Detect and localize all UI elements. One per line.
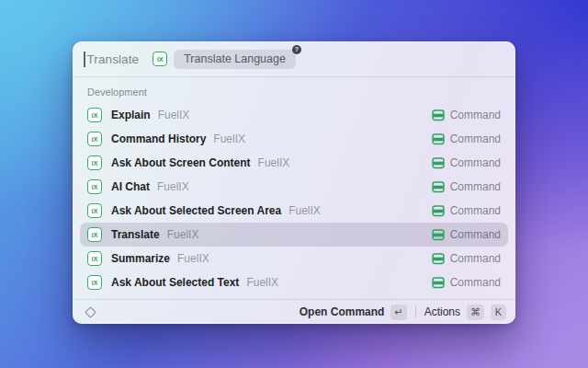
command-type-label: Command	[450, 156, 501, 169]
desktop-background: Translate iX Translate Language ? Develo…	[0, 0, 588, 368]
return-key-icon: ↵	[390, 305, 406, 320]
search-input[interactable]: Translate	[87, 52, 140, 66]
command-type-label: Command	[450, 180, 501, 193]
command-title: Command History	[111, 132, 206, 145]
fuelix-app-icon: iX	[87, 227, 102, 242]
command-title: Explain	[111, 109, 151, 121]
command-type-icon	[432, 252, 445, 265]
list-item[interactable]: iX Summarize FuelIX Command	[80, 247, 508, 270]
command-subtitle: FuelIX	[288, 204, 321, 217]
footer-divider	[415, 306, 416, 317]
help-badge-icon[interactable]: ?	[292, 45, 301, 54]
fuelix-app-icon: iX	[87, 179, 102, 194]
list-item[interactable]: iX Command History FuelIX Command	[80, 127, 508, 151]
raycast-logo-icon	[85, 306, 96, 318]
command-list: Development iX Explain FuelIX Command iX…	[73, 77, 515, 294]
command-type-label: Command	[450, 276, 501, 289]
fuelix-app-icon: iX	[87, 132, 102, 146]
command-title: AI Chat	[111, 180, 150, 193]
translate-language-tag[interactable]: Translate Language ?	[174, 50, 296, 69]
command-subtitle: FuelIX	[177, 252, 209, 265]
command-type-label: Command	[450, 109, 501, 121]
command-title: Summarize	[111, 252, 170, 265]
command-title: Ask About Selected Screen Area	[111, 204, 281, 217]
list-item[interactable]: iX Translate FuelIX Command	[80, 223, 508, 247]
command-type-icon	[432, 204, 445, 217]
command-subtitle: FuelIX	[158, 109, 190, 121]
command-type-icon	[432, 276, 445, 289]
list-item[interactable]: iX Ask About Selected Text FuelIX Comman…	[80, 270, 508, 294]
command-type-icon	[432, 180, 445, 193]
fuelix-app-icon: iX	[87, 203, 102, 218]
open-command-button[interactable]: Open Command	[300, 305, 385, 318]
command-subtitle: FuelIX	[213, 132, 245, 145]
fuelix-app-icon: iX	[87, 251, 102, 266]
fuelix-app-icon: iX	[87, 275, 102, 290]
fuelix-app-icon: iX	[87, 108, 102, 122]
k-key-icon: K	[491, 305, 506, 320]
command-title: Ask About Selected Text	[111, 276, 239, 289]
actions-button[interactable]: Actions	[424, 305, 460, 318]
command-type-icon	[432, 109, 445, 121]
command-type-label: Command	[450, 228, 501, 241]
cmd-key-icon: ⌘	[467, 305, 484, 320]
command-type-icon	[432, 156, 445, 169]
fuelix-app-icon: iX	[153, 52, 167, 66]
command-title: Ask About Screen Content	[111, 156, 251, 169]
list-item[interactable]: iX AI Chat FuelIX Command	[80, 175, 508, 199]
text-cursor	[84, 52, 85, 67]
section-header: Development	[80, 85, 508, 103]
list-item[interactable]: iX Ask About Screen Content FuelIX Comma…	[80, 151, 508, 175]
command-subtitle: FuelIX	[258, 156, 290, 169]
search-bar[interactable]: Translate iX Translate Language ?	[73, 41, 515, 77]
command-type-label: Command	[450, 204, 501, 217]
command-type-label: Command	[450, 252, 501, 265]
footer-bar: Open Command ↵ Actions ⌘ K	[73, 299, 515, 324]
command-palette-window: Translate iX Translate Language ? Develo…	[73, 41, 515, 324]
tag-label: Translate Language	[184, 52, 286, 65]
list-item[interactable]: iX Ask About Selected Screen Area FuelIX…	[80, 199, 508, 223]
command-type-label: Command	[450, 132, 501, 145]
command-subtitle: FuelIX	[246, 276, 278, 289]
command-subtitle: FuelIX	[167, 228, 199, 241]
command-type-icon	[432, 228, 445, 241]
command-title: Translate	[111, 228, 160, 241]
command-subtitle: FuelIX	[157, 180, 189, 193]
fuelix-app-icon: iX	[87, 155, 102, 170]
command-type-icon	[432, 132, 445, 145]
list-item[interactable]: iX Explain FuelIX Command	[80, 103, 508, 127]
